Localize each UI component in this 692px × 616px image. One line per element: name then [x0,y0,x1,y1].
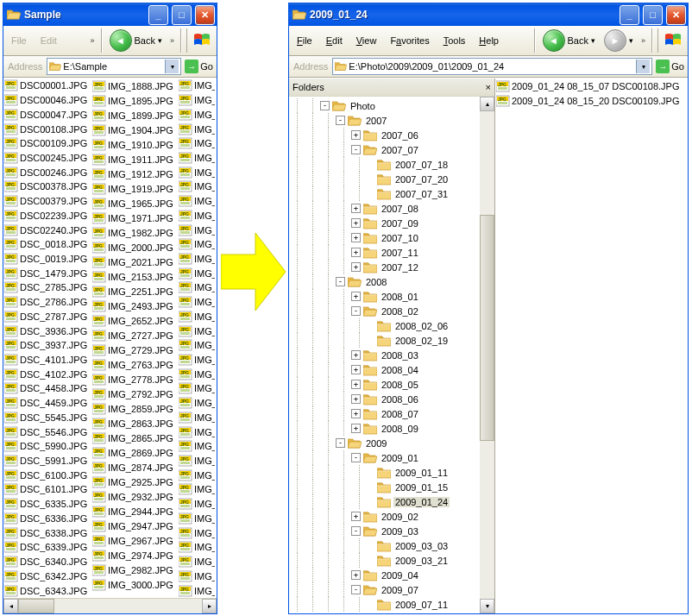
file-item[interactable]: DSC_6342.JPG [3,569,91,583]
maximize-button[interactable]: □ [172,5,192,25]
file-item[interactable]: DSC_5991.JPG [3,454,91,468]
file-item[interactable]: IMG_2925.JPG [91,475,178,489]
menu-file[interactable]: File [292,34,318,47]
minimize-button[interactable]: _ [620,5,639,25]
file-item[interactable]: IMG_1912.JPG [91,167,178,181]
file-item[interactable]: IMG_ [178,367,215,381]
file-item[interactable]: DSC_6335.JPG [3,497,91,512]
expand-icon[interactable]: + [351,409,361,418]
tree-item[interactable]: -2009_03 [289,524,494,538]
file-item[interactable]: IMG_ [178,324,215,338]
expand-icon[interactable]: + [351,424,361,433]
file-item[interactable]: DSC_5545.JPG [3,411,91,425]
back-button[interactable]: ◄ Back ▾ [107,28,165,53]
collapse-icon[interactable]: - [320,101,330,110]
file-item[interactable]: IMG_1965.JPG [91,196,178,211]
expand-icon[interactable]: + [351,292,361,301]
tree-item[interactable]: +2009_04 [289,568,494,582]
file-item[interactable]: IMG_ [178,280,215,295]
close-button[interactable]: ✕ [195,5,215,25]
file-list[interactable]: DSC00001.JPGDSC00046.JPGDSC00047.JPGDSC0… [3,79,217,613]
file-item[interactable]: IMG_1910.JPG [91,137,178,152]
scroll-thumb[interactable] [18,599,54,613]
tree-item[interactable]: 2009_03_03 [289,538,494,553]
file-item[interactable]: IMG_ [178,151,215,166]
expand-icon[interactable]: + [351,262,361,272]
file-item[interactable]: IMG_2000.JPG [91,240,178,255]
file-item[interactable]: IMG_1895.JPG [91,93,178,108]
expand-icon[interactable]: + [351,394,361,404]
tree-item[interactable]: 2009_01_15 [289,480,494,494]
file-item[interactable]: IMG_1971.JPG [91,211,178,225]
file-item[interactable]: DSC_0019.JPG [3,252,91,267]
scroll-right-button[interactable]: ▸ [202,599,217,613]
file-item[interactable]: 2009_01_24 08_15_07 DSC00108.JPG [495,79,688,93]
file-item[interactable]: IMG_1888.JPG [91,79,178,93]
tree-item[interactable]: +2007_08 [289,201,494,216]
chevron-icon[interactable]: » [168,36,176,45]
scroll-up-button[interactable]: ▴ [480,97,494,111]
file-item[interactable]: IMG_2863.JPG [91,416,178,431]
file-item[interactable]: IMG_ [178,79,215,93]
file-item[interactable]: IMG_ [178,310,215,324]
file-item[interactable]: DSC_5546.JPG [3,424,91,439]
file-item[interactable]: IMG_2021.JPG [91,255,178,269]
file-item[interactable]: IMG_1899.JPG [91,108,178,123]
file-item[interactable]: DSC_2785.JPG [3,280,91,295]
file-item[interactable]: DSC00047.JPG [3,107,91,122]
tree-item[interactable]: +2008_07 [289,406,494,421]
file-item[interactable]: IMG_ [178,424,215,439]
tree-item[interactable]: 2009_03_21 [289,553,494,568]
file-item[interactable]: DSC_3936.JPG [3,324,91,338]
file-item[interactable]: DSC_6343.JPG [3,583,91,598]
address-dropdown-icon[interactable]: ▾ [165,60,179,73]
expand-icon[interactable]: + [351,350,361,360]
address-dropdown-icon[interactable]: ▾ [636,60,650,73]
file-item[interactable]: IMG_ [178,540,215,555]
file-item[interactable]: IMG_ [178,454,215,468]
file-item[interactable]: IMG_ [178,353,215,368]
tree-item[interactable]: +2008_03 [289,348,494,362]
tree-item[interactable]: 2007_07_18 [289,157,494,172]
file-item[interactable]: IMG_2974.JPG [91,548,178,563]
close-button[interactable]: ✕ [666,5,686,25]
tree-item[interactable]: 2008_02_06 [289,318,494,333]
scroll-down-button[interactable]: ▾ [480,599,494,613]
file-item[interactable]: DSC_3937.JPG [3,338,91,353]
tree-item[interactable]: -2009_01 [289,450,494,465]
tree-item[interactable]: +2008_05 [289,377,494,392]
file-item[interactable]: IMG_2493.JPG [91,299,178,313]
file-item[interactable]: IMG_2729.JPG [91,343,178,357]
menu-view[interactable]: View [351,34,382,47]
tree-item[interactable]: +2008_04 [289,362,494,377]
file-item[interactable]: IMG_ [178,411,215,425]
file-item[interactable]: IMG_ [178,583,215,598]
file-item[interactable]: IMG_1919.JPG [91,181,178,196]
file-item[interactable]: IMG_2859.JPG [91,401,178,416]
expand-icon[interactable]: + [351,218,361,228]
tree-item[interactable]: +2007_06 [289,128,494,142]
file-item[interactable]: IMG_ [178,136,215,151]
file-item[interactable]: IMG_2932.JPG [91,489,178,504]
file-item[interactable]: IMG_2727.JPG [91,328,178,343]
tree-item[interactable]: -2008 [289,274,494,289]
file-item[interactable]: DSC_2786.JPG [3,295,91,310]
expand-icon[interactable]: + [351,233,361,242]
file-item[interactable]: DSC_0018.JPG [3,237,91,252]
file-item[interactable]: IMG_ [178,512,215,526]
go-button[interactable]: → Go [183,59,215,74]
go-button[interactable]: → Go [654,59,686,74]
tree-item[interactable]: -2009_07 [289,582,494,597]
close-panel-icon[interactable]: × [486,82,491,92]
file-item[interactable]: DSC00246.JPG [3,165,91,179]
file-item[interactable]: DSC_6336.JPG [3,512,91,526]
file-list[interactable]: 2009_01_24 08_15_07 DSC00108.JPG2009_01_… [495,79,688,613]
file-item[interactable]: DSC00245.JPG [3,151,91,166]
expand-icon[interactable]: + [351,248,361,257]
forward-button[interactable]: ► ▾ [601,28,636,53]
file-item[interactable]: IMG_ [178,252,215,267]
file-item[interactable]: DSC_6101.JPG [3,482,91,497]
file-item[interactable]: DSC02239.JPG [3,208,91,223]
tree-item[interactable]: +2007_10 [289,230,494,245]
collapse-icon[interactable]: - [336,438,345,448]
